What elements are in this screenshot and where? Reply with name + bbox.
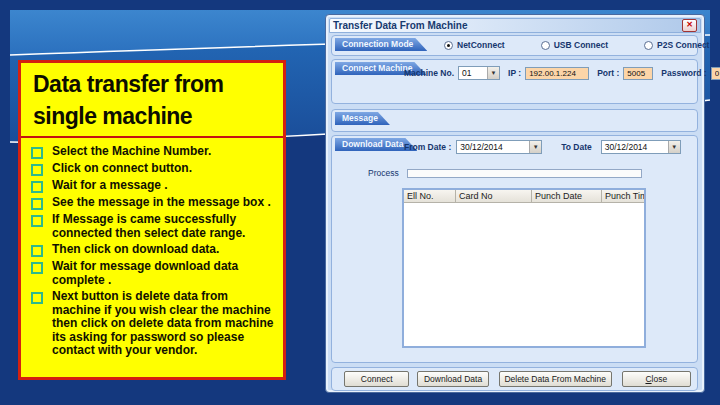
list-item-text: If Message is came successfully connecte…: [52, 213, 275, 240]
column-header-punch-time[interactable]: Punch Time: [602, 190, 644, 203]
list-item: Click on connect button.: [31, 162, 275, 176]
page-title: Data transfer from single machine: [21, 63, 283, 134]
machine-no-dropdown[interactable]: 01 ▼: [458, 66, 500, 80]
list-item: Wait for message download data complete …: [31, 260, 275, 287]
column-header-ell-no[interactable]: Ell No.: [404, 190, 456, 203]
radio-label: USB Connect: [554, 40, 608, 50]
ip-field[interactable]: [525, 67, 589, 80]
page-title-line1: Data transfer from: [33, 69, 271, 101]
list-item-text: Click on connect button.: [52, 162, 192, 176]
list-item-text: Then click on download data.: [52, 243, 219, 257]
connection-mode-options: NetConnect USB Connect P2S Connect: [444, 40, 709, 50]
process-progress-bar: [407, 169, 642, 178]
to-date-label: To Date: [561, 142, 592, 152]
transfer-data-window: Transfer Data From Machine ✕ Connection …: [325, 14, 705, 393]
instruction-box: Data transfer from single machine Select…: [18, 60, 286, 380]
button-row: Connect Download Data Delete Data From M…: [338, 371, 691, 387]
checkbox-bullet-icon: [31, 245, 43, 257]
close-button[interactable]: Close: [622, 371, 691, 387]
connection-mode-tab: Connection Mode: [335, 38, 427, 51]
radio-icon: [644, 41, 653, 50]
radio-icon: [541, 41, 550, 50]
chevron-down-icon[interactable]: ▼: [668, 141, 680, 153]
checkbox-bullet-icon: [31, 292, 43, 304]
buttons-panel: Connect Download Data Delete Data From M…: [331, 367, 698, 391]
checkbox-bullet-icon: [31, 181, 43, 193]
slide: Data transfer from single machine Select…: [0, 0, 720, 405]
list-item-text: See the message in the message box .: [52, 196, 271, 210]
list-item: Select the Machine Number.: [31, 145, 275, 159]
close-button-rest: lose: [652, 374, 668, 384]
checkbox-bullet-icon: [31, 198, 43, 210]
page-title-line2: single machine: [33, 101, 271, 133]
records-table-header: Ell No. Card No Punch Date Punch Time: [404, 190, 644, 203]
radio-netconnect[interactable]: NetConnect: [444, 40, 505, 50]
to-date-dropdown[interactable]: 30/12/2014 ▼: [601, 140, 681, 154]
password-field[interactable]: [711, 67, 720, 80]
connection-mode-panel: Connection Mode NetConnect USB Connect P…: [331, 35, 698, 56]
delete-data-button[interactable]: Delete Data From Machine: [499, 371, 612, 387]
column-header-card-no[interactable]: Card No: [456, 190, 532, 203]
machine-no-label: Machine No.: [404, 68, 454, 78]
port-label: Port :: [597, 68, 619, 78]
list-item: Then click on download data.: [31, 243, 275, 257]
list-item: If Message is came successfully connecte…: [31, 213, 275, 240]
list-item-text: Next button is delete data from machine …: [52, 290, 275, 357]
checkbox-bullet-icon: [31, 262, 43, 274]
radio-usb-connect[interactable]: USB Connect: [541, 40, 608, 50]
port-field[interactable]: [623, 67, 653, 80]
chevron-down-icon[interactable]: ▼: [529, 141, 541, 153]
close-icon[interactable]: ✕: [682, 19, 697, 32]
from-date-dropdown[interactable]: 30/12/2014 ▼: [456, 140, 542, 154]
checkbox-bullet-icon: [31, 147, 43, 159]
process-row: Process: [368, 168, 642, 178]
process-label: Process: [368, 168, 399, 178]
connect-button[interactable]: Connect: [344, 371, 409, 387]
connect-machine-fields: Machine No. 01 ▼ IP : Port : Password :: [404, 66, 720, 80]
records-table-body: [404, 203, 644, 344]
window-titlebar[interactable]: Transfer Data From Machine ✕: [329, 18, 701, 33]
window-title: Transfer Data From Machine: [333, 20, 467, 31]
title-divider: [21, 136, 283, 138]
download-data-panel: Download Data From Date : 30/12/2014 ▼ T…: [331, 135, 698, 363]
machine-no-value: 01: [459, 68, 487, 78]
radio-label: P2S Connect: [657, 40, 709, 50]
list-item-text: Wait for a message .: [52, 179, 168, 193]
list-item-text: Wait for message download data complete …: [52, 260, 275, 287]
password-label: Password :: [661, 68, 706, 78]
list-item: Wait for a message .: [31, 179, 275, 193]
download-data-button[interactable]: Download Data: [417, 371, 488, 387]
from-date-value: 30/12/2014: [457, 142, 529, 152]
radio-icon: [444, 41, 453, 50]
to-date-value: 30/12/2014: [602, 142, 668, 152]
from-date-label: From Date :: [404, 142, 451, 152]
instruction-list: Select the Machine Number. Click on conn…: [21, 141, 283, 364]
list-item-text: Select the Machine Number.: [52, 145, 211, 159]
checkbox-bullet-icon: [31, 215, 43, 227]
list-item: Next button is delete data from machine …: [31, 290, 275, 357]
records-table[interactable]: Ell No. Card No Punch Date Punch Time: [402, 188, 646, 348]
radio-label: NetConnect: [457, 40, 505, 50]
message-panel: Message: [331, 109, 698, 132]
connect-machine-panel: Connect Machine Machine No. 01 ▼ IP : Po…: [331, 59, 698, 104]
date-range-row: From Date : 30/12/2014 ▼ To Date 30/12/2…: [404, 140, 681, 154]
list-item: See the message in the message box .: [31, 196, 275, 210]
ip-label: IP :: [508, 68, 521, 78]
column-header-punch-date[interactable]: Punch Date: [532, 190, 602, 203]
radio-p2s-connect[interactable]: P2S Connect: [644, 40, 709, 50]
message-tab: Message: [335, 112, 390, 125]
chevron-down-icon[interactable]: ▼: [487, 67, 499, 79]
checkbox-bullet-icon: [31, 164, 43, 176]
